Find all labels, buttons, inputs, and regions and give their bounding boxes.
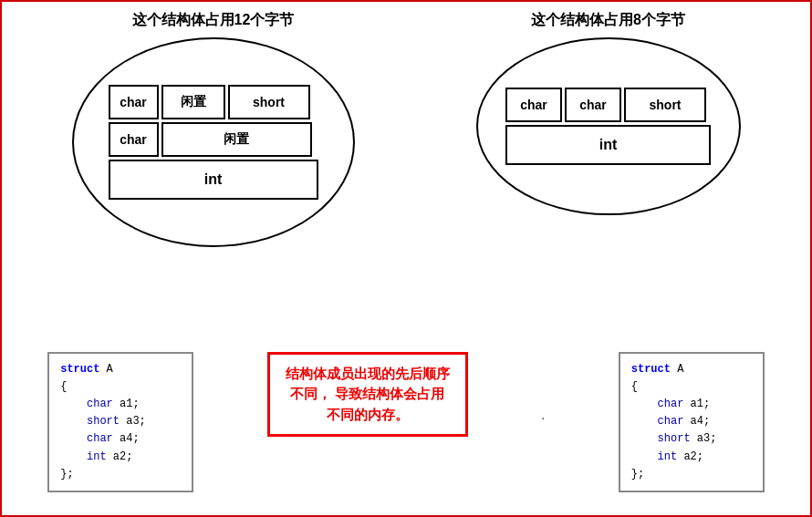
right-ellipse: char char short int: [476, 37, 741, 215]
right-title: 这个结构体占用8个字节: [531, 11, 685, 30]
left-r2-char: char: [109, 122, 159, 157]
left-row1: char 闲置 short: [109, 85, 318, 119]
right-code-line3: short a3;: [631, 432, 717, 445]
left-code-line3: char a4;: [60, 432, 139, 445]
left-r2-idle: 闲置: [161, 122, 312, 157]
right-code-line4: int a2;: [631, 450, 703, 463]
left-code-line4: int a2;: [60, 450, 132, 463]
right-code-open-brace: {: [631, 380, 638, 393]
right-row2: int: [505, 125, 711, 165]
right-r1-char1: char: [505, 88, 562, 122]
left-row3: int: [109, 160, 318, 200]
right-code-close-brace: };: [631, 468, 644, 481]
left-ellipse: char 闲置 short char 闲置 int: [72, 37, 355, 247]
right-code-box: struct A { char a1; char a4; short a3; i…: [619, 352, 765, 492]
right-diagram: 这个结构体占用8个字节 char char short int: [476, 11, 741, 215]
right-r1-char2: char: [565, 88, 621, 122]
left-mem-layout: char 闲置 short char 闲置 int: [109, 85, 318, 200]
left-code-box: struct A { char a1; short a3; char a4; i…: [47, 352, 193, 492]
right-code-line2: char a4;: [631, 415, 710, 428]
left-code-struct-name: A: [107, 363, 113, 376]
left-code-close-brace: };: [60, 468, 73, 481]
highlight-box: 结构体成员出现的先后顺序不同， 导致结构体会占用不同的内存。: [267, 352, 468, 438]
right-code-line1: char a1;: [631, 398, 710, 410]
left-title: 这个结构体占用12个字节: [132, 11, 295, 30]
left-code-open-brace: {: [60, 380, 67, 393]
left-r1-short: short: [228, 85, 310, 119]
code-section: struct A { char a1; short a3; char a4; i…: [2, 352, 810, 492]
top-section: 这个结构体占用12个字节 char 闲置 short char 闲置 int: [2, 2, 810, 247]
left-row2: char 闲置: [109, 122, 318, 157]
left-code-keyword: struct: [60, 363, 99, 376]
left-r3-int: int: [109, 160, 318, 200]
center-dot: .: [541, 407, 545, 423]
left-diagram: 这个结构体占用12个字节 char 闲置 short char 闲置 int: [72, 11, 355, 247]
highlight-line2: 导致结构体会占用不同的内存。: [327, 386, 445, 422]
right-code-keyword: struct: [631, 363, 671, 376]
left-r1-idle: 闲置: [161, 85, 225, 119]
right-row1: char char short: [505, 88, 711, 122]
left-code-line2: short a3;: [60, 415, 146, 428]
left-code-line1: char a1;: [60, 398, 139, 410]
right-r1-short: short: [624, 88, 706, 122]
right-r2-int: int: [505, 125, 711, 165]
right-code-struct-name: A: [677, 363, 683, 376]
left-r1-char: char: [109, 85, 159, 119]
right-mem-layout: char char short int: [505, 88, 711, 165]
